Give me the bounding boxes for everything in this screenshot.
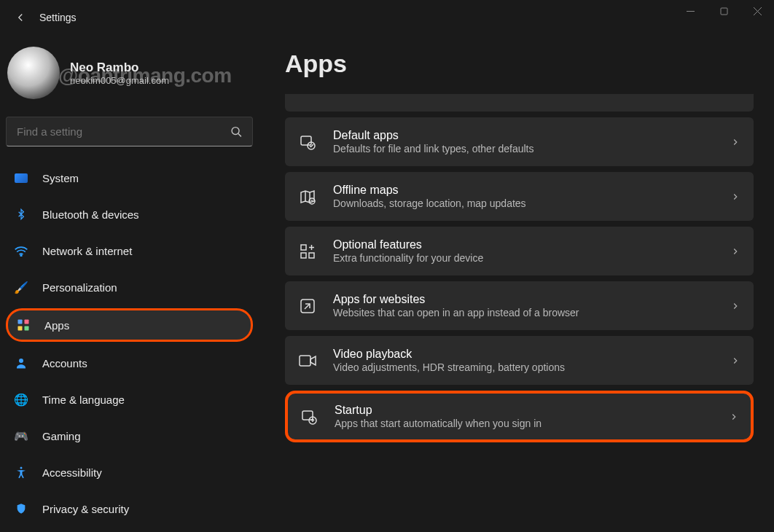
sidebar-item-label: Personalization xyxy=(42,281,117,294)
brush-icon: 🖌️ xyxy=(13,279,29,295)
card-subtitle: Defaults for file and link types, other … xyxy=(333,143,730,154)
video-icon xyxy=(298,351,317,370)
card-subtitle: Video adjustments, HDR streaming, batter… xyxy=(333,361,730,373)
map-icon xyxy=(298,187,317,206)
svg-rect-0 xyxy=(721,8,727,15)
card-optional-features[interactable]: Optional features Extra functionality fo… xyxy=(285,227,754,275)
sidebar-item-time-language[interactable]: 🌐 Time & language xyxy=(6,384,253,415)
card-subtitle: Websites that can open in an app instead… xyxy=(333,307,730,318)
card-subtitle: Apps that start automatically when you s… xyxy=(335,418,729,429)
shield-icon xyxy=(13,501,29,517)
svg-point-8 xyxy=(20,467,23,469)
card-title: Apps for websites xyxy=(333,293,730,306)
window-title: Settings xyxy=(39,12,77,23)
maximize-icon xyxy=(720,7,728,15)
card-subtitle: Downloads, storage location, map updates xyxy=(333,197,730,209)
chevron-right-icon xyxy=(730,192,740,202)
titlebar: Settings xyxy=(0,0,774,35)
sidebar-item-bluetooth[interactable]: Bluetooth & devices xyxy=(6,199,253,230)
globe-clock-icon: 🌐 xyxy=(13,391,29,407)
wifi-icon xyxy=(13,243,29,259)
minimize-button[interactable] xyxy=(673,0,707,22)
search-input[interactable] xyxy=(6,117,253,146)
apps-icon xyxy=(15,317,31,333)
avatar xyxy=(7,47,60,99)
chevron-right-icon xyxy=(730,137,740,147)
close-icon xyxy=(754,7,762,15)
svg-rect-3 xyxy=(18,320,23,324)
svg-rect-13 xyxy=(301,253,306,258)
card-apps-for-websites[interactable]: Apps for websites Websites that can open… xyxy=(285,281,754,330)
sidebar-item-accounts[interactable]: Accounts xyxy=(6,348,253,378)
sidebar-item-label: Bluetooth & devices xyxy=(42,208,139,221)
person-icon xyxy=(13,355,29,371)
sidebar-item-gaming[interactable]: 🎮 Gaming xyxy=(6,420,253,451)
svg-point-7 xyxy=(19,359,23,363)
svg-point-2 xyxy=(20,255,22,257)
chevron-right-icon xyxy=(729,412,739,422)
card-title: Offline maps xyxy=(333,184,730,197)
search-wrap xyxy=(6,117,253,146)
default-apps-icon xyxy=(298,133,317,152)
page-title: Apps xyxy=(285,50,759,78)
card-title: Default apps xyxy=(333,129,730,142)
sidebar-item-network[interactable]: Network & internet xyxy=(6,235,253,266)
sidebar-item-label: Network & internet xyxy=(42,245,132,257)
window-controls xyxy=(673,0,774,22)
svg-rect-4 xyxy=(25,320,29,324)
svg-rect-9 xyxy=(301,136,311,145)
sidebar-item-label: System xyxy=(42,172,79,184)
app-link-icon xyxy=(298,297,317,316)
partial-card-top[interactable] xyxy=(285,94,754,112)
svg-rect-6 xyxy=(25,326,29,331)
card-title: Startup xyxy=(335,404,729,417)
svg-rect-14 xyxy=(309,253,314,258)
sidebar-item-label: Apps xyxy=(44,319,69,332)
sidebar-item-accessibility[interactable]: Accessibility xyxy=(6,457,253,488)
system-icon xyxy=(13,170,29,186)
card-offline-maps[interactable]: Offline maps Downloads, storage location… xyxy=(285,172,754,221)
svg-rect-12 xyxy=(301,245,306,250)
user-email: neokim005@gmail.com xyxy=(70,75,169,86)
sidebar-item-label: Accounts xyxy=(42,357,87,369)
minimize-icon xyxy=(687,7,695,15)
card-video-playback[interactable]: Video playback Video adjustments, HDR st… xyxy=(285,336,754,385)
accessibility-icon xyxy=(13,464,29,480)
chevron-right-icon xyxy=(730,356,740,366)
sidebar-item-label: Time & language xyxy=(42,394,125,406)
sidebar-item-system[interactable]: System xyxy=(6,163,253,193)
chevron-right-icon xyxy=(730,301,740,311)
sidebar-item-label: Accessibility xyxy=(42,466,102,479)
back-button[interactable] xyxy=(6,3,35,32)
gamepad-icon: 🎮 xyxy=(13,428,29,444)
search-icon xyxy=(230,125,243,138)
card-default-apps[interactable]: Default apps Defaults for file and link … xyxy=(285,117,754,166)
close-button[interactable] xyxy=(740,0,774,22)
sidebar-nav: System Bluetooth & devices Network & int… xyxy=(6,163,253,524)
bluetooth-icon xyxy=(13,206,29,222)
sidebar-item-label: Privacy & security xyxy=(42,503,129,515)
svg-rect-5 xyxy=(18,326,23,331)
arrow-left-icon xyxy=(14,11,27,24)
card-subtitle: Extra functionality for your device xyxy=(333,252,730,264)
settings-cards: Default apps Defaults for file and link … xyxy=(285,94,759,442)
sidebar-item-label: Gaming xyxy=(42,430,81,442)
svg-rect-17 xyxy=(302,411,313,420)
chevron-right-icon xyxy=(730,246,740,257)
user-name: Neo Rambo xyxy=(70,60,169,75)
sidebar-item-privacy[interactable]: Privacy & security xyxy=(6,493,253,524)
startup-icon xyxy=(300,407,318,426)
sidebar-item-apps[interactable]: Apps xyxy=(6,308,253,342)
svg-rect-16 xyxy=(300,356,310,366)
user-block[interactable]: Neo Rambo neokim005@gmail.com @oantriman… xyxy=(6,44,253,117)
card-title: Optional features xyxy=(333,238,730,251)
grid-plus-icon xyxy=(298,242,317,261)
main-content: Apps Default apps Defaults for file and … xyxy=(259,35,774,532)
card-title: Video playback xyxy=(333,348,730,361)
svg-point-1 xyxy=(232,127,239,134)
maximize-button[interactable] xyxy=(707,0,740,22)
sidebar: Neo Rambo neokim005@gmail.com @oantriman… xyxy=(0,35,259,532)
card-startup[interactable]: Startup Apps that start automatically wh… xyxy=(285,391,754,442)
sidebar-item-personalization[interactable]: 🖌️ Personalization xyxy=(6,272,253,302)
